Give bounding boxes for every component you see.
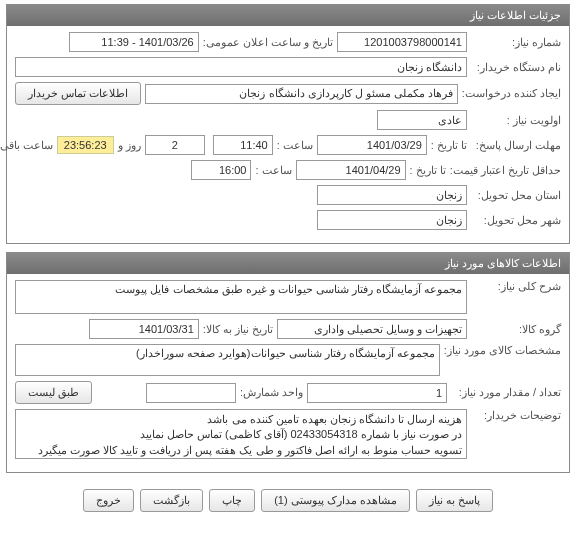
unit-label: واحد شمارش: [240, 386, 303, 399]
need-no-field[interactable] [337, 32, 467, 52]
validity-label: حداقل تاریخ اعتبار قیمت: [450, 164, 561, 177]
goods-info-panel: اطلاعات کالاهای مورد نیاز شرح کلی نیاز: … [6, 252, 570, 473]
group-label: گروه کالا: [471, 323, 561, 336]
validity-to-label: تا تاریخ : [410, 164, 446, 177]
exit-button[interactable]: خروج [83, 489, 134, 512]
priority-label: اولویت نیاز : [471, 114, 561, 127]
print-button[interactable]: چاپ [209, 489, 255, 512]
list-button[interactable]: طبق لیست [15, 381, 92, 404]
desc-field[interactable]: مجموعه آزمایشگاه رفتار شناسی حیوانات و غ… [15, 280, 467, 314]
requester-label: ایجاد کننده درخواست: [462, 87, 561, 100]
notes-field[interactable]: هزینه ارسال تا دانشگاه زنجان بعهده تامین… [15, 409, 467, 459]
validity-date-field[interactable] [296, 160, 406, 180]
city-label: شهر محل تحویل: [471, 214, 561, 227]
validity-time-field[interactable] [191, 160, 251, 180]
deadline-time-field[interactable] [213, 135, 273, 155]
spec-field[interactable]: مجموعه آزمایشگاه رفتار شناسی حیوانات(هوا… [15, 344, 440, 376]
qty-label: تعداد / مقدار مورد نیاز: [451, 386, 561, 399]
hours-remaining-badge: 23:56:23 [57, 136, 114, 154]
days-word: روز و [118, 139, 141, 152]
buyer-field[interactable] [15, 57, 467, 77]
need-date-field[interactable] [89, 319, 199, 339]
notes-label: توضیحات خریدار: [471, 409, 561, 422]
deadline-to-label: تا تاریخ : [431, 139, 467, 152]
remain-word: ساعت باقی مانده [0, 139, 53, 152]
attachments-button[interactable]: مشاهده مدارک پیوستی (1) [261, 489, 410, 512]
action-buttons: پاسخ به نیاز مشاهده مدارک پیوستی (1) چاپ… [0, 481, 576, 522]
days-remaining-field [145, 135, 205, 155]
buyer-label: نام دستگاه خریدار: [471, 61, 561, 74]
back-button[interactable]: بازگشت [140, 489, 203, 512]
unit-field[interactable] [146, 383, 236, 403]
group-field[interactable] [277, 319, 467, 339]
city-field[interactable] [317, 210, 467, 230]
announce-label: تاریخ و ساعت اعلان عمومی: [203, 36, 333, 49]
desc-label: شرح کلی نیاز: [471, 280, 561, 293]
need-date-label: تاریخ نیاز به کالا: [203, 323, 273, 336]
requester-field[interactable] [145, 84, 458, 104]
panel1-title: جزئیات اطلاعات نیاز [7, 5, 569, 26]
priority-field[interactable] [377, 110, 467, 130]
province-label: استان محل تحویل: [471, 189, 561, 202]
contact-buyer-button[interactable]: اطلاعات تماس خریدار [15, 82, 141, 105]
panel2-title: اطلاعات کالاهای مورد نیاز [7, 253, 569, 274]
deadline-time-label: ساعت : [277, 139, 313, 152]
spec-label: مشخصات کالای مورد نیاز: [444, 344, 561, 357]
deadline-label: مهلت ارسال پاسخ: [471, 139, 561, 152]
need-no-label: شماره نیاز: [471, 36, 561, 49]
province-field[interactable] [317, 185, 467, 205]
deadline-date-field[interactable] [317, 135, 427, 155]
validity-time-label: ساعت : [255, 164, 291, 177]
need-details-panel: جزئیات اطلاعات نیاز شماره نیاز: تاریخ و … [6, 4, 570, 244]
announce-field[interactable] [69, 32, 199, 52]
qty-field[interactable] [307, 383, 447, 403]
reply-button[interactable]: پاسخ به نیاز [416, 489, 493, 512]
